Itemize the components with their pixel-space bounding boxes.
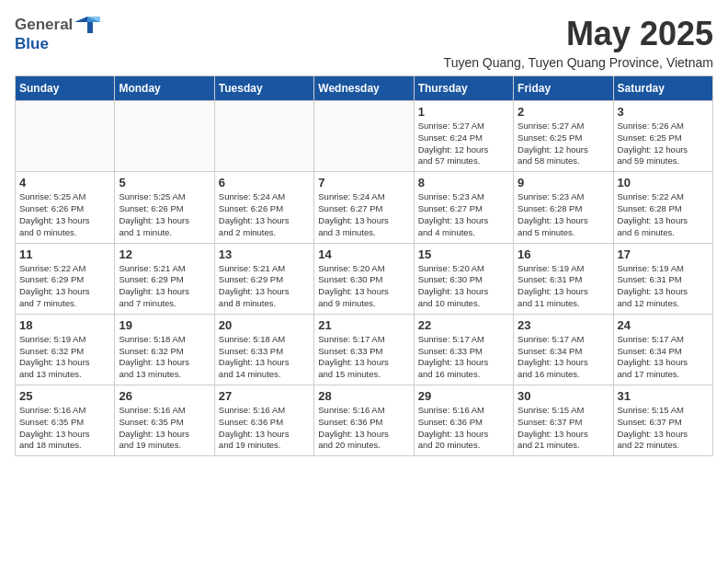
day-number: 2	[518, 105, 609, 119]
day-number: 6	[219, 176, 310, 190]
weekday-header-sunday: Sunday	[16, 76, 115, 101]
weekday-header-row: SundayMondayTuesdayWednesdayThursdayFrid…	[16, 76, 713, 101]
calendar-cell: 2Sunrise: 5:27 AM Sunset: 6:25 PM Daylig…	[514, 101, 613, 172]
calendar-cell: 11Sunrise: 5:22 AM Sunset: 6:29 PM Dayli…	[16, 243, 115, 314]
day-info: Sunrise: 5:16 AM Sunset: 6:36 PM Dayligh…	[219, 405, 310, 452]
calendar-cell: 14Sunrise: 5:20 AM Sunset: 6:30 PM Dayli…	[314, 243, 414, 314]
day-info: Sunrise: 5:16 AM Sunset: 6:35 PM Dayligh…	[119, 405, 210, 452]
day-info: Sunrise: 5:19 AM Sunset: 6:31 PM Dayligh…	[518, 263, 609, 310]
calendar-cell: 4Sunrise: 5:25 AM Sunset: 6:26 PM Daylig…	[16, 172, 115, 243]
calendar-cell: 31Sunrise: 5:15 AM Sunset: 6:37 PM Dayli…	[613, 385, 712, 456]
calendar-cell	[314, 101, 414, 172]
calendar-cell: 3Sunrise: 5:26 AM Sunset: 6:25 PM Daylig…	[613, 101, 712, 172]
calendar-cell: 17Sunrise: 5:19 AM Sunset: 6:31 PM Dayli…	[613, 243, 712, 314]
day-number: 26	[119, 389, 210, 403]
day-info: Sunrise: 5:19 AM Sunset: 6:32 PM Dayligh…	[19, 334, 110, 381]
day-info: Sunrise: 5:20 AM Sunset: 6:30 PM Dayligh…	[318, 263, 409, 310]
day-number: 21	[318, 318, 409, 332]
day-info: Sunrise: 5:20 AM Sunset: 6:30 PM Dayligh…	[418, 263, 509, 310]
weekday-header-monday: Monday	[115, 76, 214, 101]
day-number: 17	[618, 247, 709, 261]
day-number: 30	[518, 389, 609, 403]
day-info: Sunrise: 5:26 AM Sunset: 6:25 PM Dayligh…	[618, 121, 709, 167]
calendar-cell	[115, 101, 214, 172]
calendar-cell: 30Sunrise: 5:15 AM Sunset: 6:37 PM Dayli…	[514, 385, 613, 456]
calendar-cell	[16, 101, 115, 172]
day-info: Sunrise: 5:15 AM Sunset: 6:37 PM Dayligh…	[518, 405, 609, 452]
day-info: Sunrise: 5:16 AM Sunset: 6:35 PM Dayligh…	[19, 405, 110, 452]
day-number: 23	[518, 318, 609, 332]
day-info: Sunrise: 5:18 AM Sunset: 6:33 PM Dayligh…	[219, 334, 310, 381]
calendar-cell: 13Sunrise: 5:21 AM Sunset: 6:29 PM Dayli…	[214, 243, 313, 314]
weekday-header-wednesday: Wednesday	[314, 76, 414, 101]
day-number: 12	[119, 247, 210, 261]
weekday-header-tuesday: Tuesday	[214, 76, 313, 101]
calendar-cell: 23Sunrise: 5:17 AM Sunset: 6:34 PM Dayli…	[514, 314, 613, 385]
calendar-cell: 7Sunrise: 5:24 AM Sunset: 6:27 PM Daylig…	[314, 172, 414, 243]
weekday-header-thursday: Thursday	[414, 76, 513, 101]
week-row-3: 11Sunrise: 5:22 AM Sunset: 6:29 PM Dayli…	[16, 243, 713, 314]
day-info: Sunrise: 5:15 AM Sunset: 6:37 PM Dayligh…	[618, 405, 709, 452]
day-number: 29	[418, 389, 509, 403]
calendar-cell: 21Sunrise: 5:17 AM Sunset: 6:33 PM Dayli…	[314, 314, 414, 385]
day-info: Sunrise: 5:23 AM Sunset: 6:27 PM Dayligh…	[418, 191, 509, 238]
calendar-cell: 16Sunrise: 5:19 AM Sunset: 6:31 PM Dayli…	[514, 243, 613, 314]
day-info: Sunrise: 5:17 AM Sunset: 6:34 PM Dayligh…	[518, 334, 609, 381]
calendar-cell: 25Sunrise: 5:16 AM Sunset: 6:35 PM Dayli…	[16, 385, 115, 456]
week-row-2: 4Sunrise: 5:25 AM Sunset: 6:26 PM Daylig…	[16, 172, 713, 243]
day-info: Sunrise: 5:25 AM Sunset: 6:26 PM Dayligh…	[19, 191, 110, 238]
calendar-cell: 1Sunrise: 5:27 AM Sunset: 6:24 PM Daylig…	[414, 101, 513, 172]
logo-blue: Blue	[15, 35, 49, 53]
calendar-cell: 6Sunrise: 5:24 AM Sunset: 6:26 PM Daylig…	[214, 172, 313, 243]
calendar-cell: 15Sunrise: 5:20 AM Sunset: 6:30 PM Dayli…	[414, 243, 513, 314]
location: Tuyen Quang, Tuyen Quang Province, Vietn…	[444, 55, 713, 70]
day-number: 19	[119, 318, 210, 332]
week-row-1: 1Sunrise: 5:27 AM Sunset: 6:24 PM Daylig…	[16, 101, 713, 172]
day-info: Sunrise: 5:22 AM Sunset: 6:29 PM Dayligh…	[19, 263, 110, 310]
day-info: Sunrise: 5:27 AM Sunset: 6:25 PM Dayligh…	[518, 121, 609, 167]
day-number: 28	[318, 389, 409, 403]
week-row-5: 25Sunrise: 5:16 AM Sunset: 6:35 PM Dayli…	[16, 385, 713, 456]
day-number: 25	[19, 389, 110, 403]
week-row-4: 18Sunrise: 5:19 AM Sunset: 6:32 PM Dayli…	[16, 314, 713, 385]
header: General Blue May 2025 Tuyen Quang, Tuyen…	[15, 15, 713, 70]
calendar-cell: 20Sunrise: 5:18 AM Sunset: 6:33 PM Dayli…	[214, 314, 313, 385]
month-year: May 2025	[444, 15, 713, 53]
weekday-header-saturday: Saturday	[613, 76, 712, 101]
day-number: 14	[318, 247, 409, 261]
logo-general: General	[15, 16, 73, 34]
calendar-cell: 19Sunrise: 5:18 AM Sunset: 6:32 PM Dayli…	[115, 314, 214, 385]
calendar-cell	[214, 101, 313, 172]
logo-flag-icon	[74, 15, 100, 35]
day-info: Sunrise: 5:24 AM Sunset: 6:26 PM Dayligh…	[219, 191, 310, 238]
day-number: 7	[318, 176, 409, 190]
day-number: 15	[418, 247, 509, 261]
title-block: May 2025 Tuyen Quang, Tuyen Quang Provin…	[444, 15, 713, 70]
calendar-cell: 9Sunrise: 5:23 AM Sunset: 6:28 PM Daylig…	[514, 172, 613, 243]
svg-marker-1	[87, 17, 100, 22]
day-info: Sunrise: 5:18 AM Sunset: 6:32 PM Dayligh…	[119, 334, 210, 381]
day-number: 22	[418, 318, 509, 332]
day-number: 16	[518, 247, 609, 261]
day-info: Sunrise: 5:19 AM Sunset: 6:31 PM Dayligh…	[618, 263, 709, 310]
calendar-cell: 28Sunrise: 5:16 AM Sunset: 6:36 PM Dayli…	[314, 385, 414, 456]
calendar-table: SundayMondayTuesdayWednesdayThursdayFrid…	[15, 75, 713, 456]
day-number: 13	[219, 247, 310, 261]
day-info: Sunrise: 5:22 AM Sunset: 6:28 PM Dayligh…	[618, 191, 709, 238]
calendar-cell: 18Sunrise: 5:19 AM Sunset: 6:32 PM Dayli…	[16, 314, 115, 385]
calendar-cell: 27Sunrise: 5:16 AM Sunset: 6:36 PM Dayli…	[214, 385, 313, 456]
day-info: Sunrise: 5:21 AM Sunset: 6:29 PM Dayligh…	[119, 263, 210, 310]
weekday-header-friday: Friday	[514, 76, 613, 101]
calendar-cell: 29Sunrise: 5:16 AM Sunset: 6:36 PM Dayli…	[414, 385, 513, 456]
day-info: Sunrise: 5:17 AM Sunset: 6:33 PM Dayligh…	[418, 334, 509, 381]
day-number: 8	[418, 176, 509, 190]
day-info: Sunrise: 5:25 AM Sunset: 6:26 PM Dayligh…	[119, 191, 210, 238]
calendar-cell: 5Sunrise: 5:25 AM Sunset: 6:26 PM Daylig…	[115, 172, 214, 243]
calendar-cell: 22Sunrise: 5:17 AM Sunset: 6:33 PM Dayli…	[414, 314, 513, 385]
day-info: Sunrise: 5:23 AM Sunset: 6:28 PM Dayligh…	[518, 191, 609, 238]
day-number: 4	[19, 176, 110, 190]
day-number: 24	[618, 318, 709, 332]
day-number: 9	[518, 176, 609, 190]
day-info: Sunrise: 5:21 AM Sunset: 6:29 PM Dayligh…	[219, 263, 310, 310]
day-info: Sunrise: 5:27 AM Sunset: 6:24 PM Dayligh…	[418, 121, 509, 167]
